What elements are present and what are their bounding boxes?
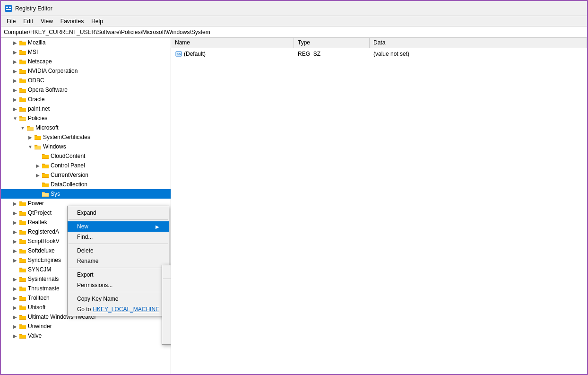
expand-icon: ▶	[11, 96, 19, 103]
tree-label: CloudContent	[51, 153, 85, 159]
folder-icon	[42, 171, 49, 179]
menu-edit[interactable]: Edit	[19, 17, 37, 26]
tree-item-policies[interactable]: ▼ Policies	[1, 113, 171, 123]
folder-icon	[19, 304, 26, 311]
folder-icon	[19, 285, 26, 292]
tree-item-windows[interactable]: ▼ Windows	[1, 142, 171, 151]
registry-row-default[interactable]: ab (Default) REG_SZ (value not set)	[171, 49, 587, 59]
svg-rect-1	[6, 7, 8, 8]
tree-label: Control Panel	[51, 162, 85, 169]
expand-icon: ▶	[11, 209, 19, 217]
menu-bar: File Edit View Favorites Help	[1, 16, 587, 26]
tree-item-datacollection[interactable]: ▶ DataCollection	[1, 180, 171, 189]
ctx-permissions[interactable]: Permissions...	[68, 280, 169, 290]
expand-icon: ▶	[11, 256, 19, 264]
hklm-link: HKEY_LOCAL_MACHINE	[93, 306, 159, 313]
sub-dword-value[interactable]: DWORD (32-bit) Value	[162, 301, 171, 312]
tree-item-oracle[interactable]: ▶ Oracle	[1, 95, 171, 104]
folder-icon	[42, 181, 49, 188]
ctx-divider-1	[69, 219, 168, 220]
folder-icon	[19, 332, 26, 340]
folder-open-icon	[34, 143, 42, 150]
folder-icon	[19, 266, 26, 273]
expand-icon: ▶	[11, 304, 19, 311]
sub-expandable-string-value[interactable]: Expandable String Value	[162, 332, 171, 343]
expand-icon: ▶	[11, 237, 19, 245]
tree-label: paint.net	[28, 105, 50, 112]
sub-qword-value[interactable]: QWORD (64-bit) Value	[162, 312, 171, 322]
tree-item-msi[interactable]: ▶ MSI	[1, 47, 171, 57]
expand-icon: ▼	[11, 114, 19, 122]
tree-item-netscape[interactable]: ▶ Netscape	[1, 57, 171, 66]
sub-string-value[interactable]: String Value	[162, 280, 171, 291]
menu-favorites[interactable]: Favorites	[57, 17, 87, 26]
tree-label: Trolltech	[28, 295, 50, 301]
tree-item-cloudcontent[interactable]: ▶ CloudContent	[1, 151, 171, 161]
tree-item-paintnet[interactable]: ▶ paint.net	[1, 104, 171, 113]
ctx-rename[interactable]: Rename	[68, 256, 169, 266]
expand-icon: ▶	[11, 294, 19, 302]
expand-icon: ▶	[11, 332, 19, 340]
tree-label: Sys	[51, 191, 60, 197]
window-title: Registry Editor	[15, 5, 52, 12]
ctx-export[interactable]: Export	[68, 270, 169, 280]
folder-icon	[42, 162, 49, 169]
tree-label: Microsoft	[35, 124, 59, 131]
tree-item-microsoft[interactable]: ▼ Microsoft	[1, 123, 171, 132]
folder-open-icon	[19, 114, 26, 122]
folder-icon	[19, 48, 26, 56]
tree-item-valve[interactable]: ▶ Valve	[1, 331, 171, 340]
folder-open-icon	[26, 124, 34, 131]
submenu-container: Key String Value Binary Value DWORD (32-…	[162, 265, 171, 345]
menu-view[interactable]: View	[37, 17, 57, 26]
folder-icon	[42, 190, 49, 198]
tree-item-nvidia[interactable]: ▶ NVIDIA Corporation	[1, 66, 171, 76]
ctx-divider-2	[69, 244, 168, 244]
ctx-goto-hklm[interactable]: Go to HKEY_LOCAL_MACHINE	[68, 304, 169, 314]
tree-label: Policies	[28, 115, 47, 122]
tree-label: Sysinternals	[28, 276, 59, 282]
ctx-copy-key-name[interactable]: Copy Key Name	[68, 294, 169, 304]
folder-icon	[19, 86, 26, 94]
tree-label: Softdeluxe	[28, 247, 55, 254]
right-panel: Name Type Data ab (Default) REG_SZ (valu…	[171, 38, 587, 375]
folder-icon	[19, 294, 26, 302]
folder-icon	[19, 209, 26, 217]
app-icon	[5, 5, 12, 12]
reg-type-default: REG_SZ	[294, 51, 370, 57]
tree-label: Netscape	[28, 58, 52, 65]
tree-item-controlpanel[interactable]: ▶ Control Panel	[1, 161, 171, 170]
sub-key[interactable]: Key	[162, 267, 171, 277]
tree-item-mozilla[interactable]: ▶ Mozilla	[1, 38, 171, 47]
tree-label: Ubisoft	[28, 304, 45, 311]
expand-icon: ▶	[11, 48, 19, 56]
expand-icon: ▶	[26, 133, 34, 141]
tree-label: QtProject	[28, 209, 52, 216]
tree-label: RegisteredA	[28, 228, 59, 235]
expand-icon: ▼	[26, 143, 34, 150]
ctx-expand[interactable]: Expand	[68, 208, 169, 218]
expand-icon: ▼	[19, 124, 26, 131]
menu-file[interactable]: File	[3, 17, 19, 26]
sub-binary-value[interactable]: Binary Value	[162, 291, 171, 301]
expand-icon: ▶	[11, 228, 19, 235]
expand-icon: ▶	[11, 323, 19, 330]
tree-item-odbc[interactable]: ▶ ODBC	[1, 76, 171, 85]
expand-icon: ▶	[11, 200, 19, 207]
tree-item-system[interactable]: ▶ Sys	[1, 189, 171, 199]
ctx-find[interactable]: Find...	[68, 232, 169, 242]
ctx-delete[interactable]: Delete	[68, 245, 169, 256]
tree-item-unwinder[interactable]: ▶ Unwinder	[1, 322, 171, 331]
expand-icon: ▶	[34, 171, 42, 179]
sub-multistring-value[interactable]: Multi-String Value	[162, 322, 171, 332]
tree-item-currentversion[interactable]: ▶ CurrentVersion	[1, 170, 171, 180]
tree-item-syscerts[interactable]: ▶ SystemCertificates	[1, 132, 171, 142]
tree-item-opera[interactable]: ▶ Opera Software	[1, 85, 171, 95]
folder-icon	[19, 247, 26, 254]
context-menu: Expand New ▶ Find... Delete	[67, 206, 169, 316]
expand-icon: ▶	[11, 58, 19, 65]
tree-label: ODBC	[28, 77, 44, 84]
menu-help[interactable]: Help	[87, 17, 107, 26]
ctx-new[interactable]: New ▶	[68, 221, 169, 232]
expand-icon: ▶	[11, 247, 19, 254]
